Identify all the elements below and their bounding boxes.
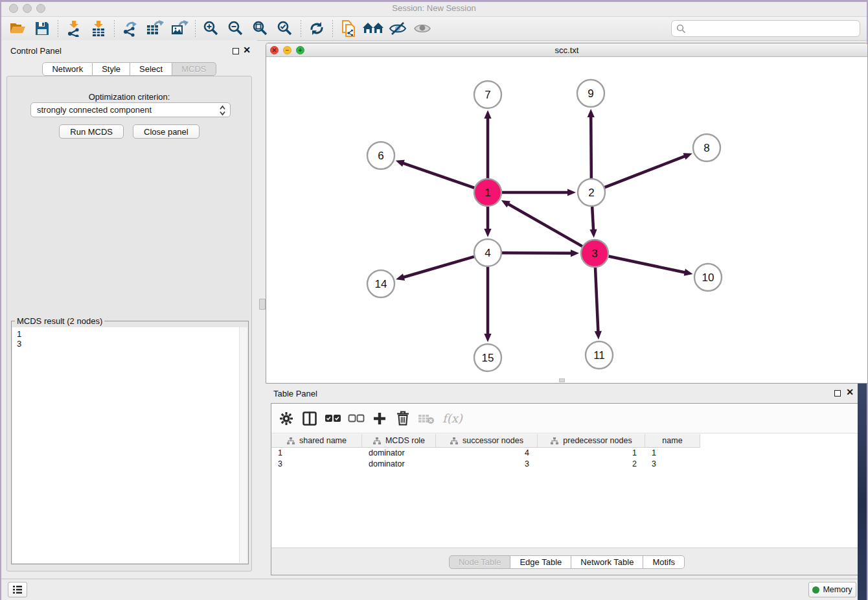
save-session-icon[interactable] xyxy=(30,19,54,38)
mcds-result-title: MCDS result (2 nodes) xyxy=(15,316,104,326)
zoom-out-icon[interactable] xyxy=(223,19,248,38)
graph-node-label-3: 3 xyxy=(591,248,597,260)
graph-arrowhead-2-3 xyxy=(589,229,597,238)
tab-network[interactable]: Network xyxy=(42,62,93,76)
control-panel-float-icon[interactable] xyxy=(233,48,239,54)
table-header-row: shared nameMCDS rolesuccessor nodesprede… xyxy=(271,434,862,448)
tab-mcds[interactable]: MCDS xyxy=(172,62,216,76)
table-cell-shared-name[interactable]: 1 xyxy=(271,448,362,459)
table-row[interactable]: 3dominator323 xyxy=(271,459,862,470)
mcds-result-scrollbar[interactable] xyxy=(239,327,247,563)
graph-arrowhead-1-2 xyxy=(567,189,576,196)
close-panel-button[interactable]: Close panel xyxy=(133,124,200,139)
table-tab-network-table[interactable]: Network Table xyxy=(571,555,643,569)
graph-edge-4-14[interactable] xyxy=(403,257,474,277)
criterion-dropdown[interactable]: strongly connected component xyxy=(30,102,231,117)
search-input[interactable] xyxy=(686,22,860,35)
table-cell-name[interactable]: 1 xyxy=(645,448,700,459)
column-header-name[interactable]: name xyxy=(645,434,700,448)
tab-select[interactable]: Select xyxy=(130,62,172,76)
home-layout-icon[interactable] xyxy=(361,19,385,38)
panel-divider-grip[interactable] xyxy=(259,299,266,310)
table-cell-MCDS-role[interactable]: dominator xyxy=(362,459,436,470)
criterion-dropdown-value: strongly connected component xyxy=(37,105,152,115)
optimization-criterion-label: Optimization criterion: xyxy=(7,92,251,102)
toolbar-separator xyxy=(195,20,196,37)
memory-status-icon xyxy=(812,586,819,594)
delete-column-trash-icon[interactable] xyxy=(393,409,413,428)
add-column-icon[interactable] xyxy=(370,409,389,428)
table-cell-successor-nodes[interactable]: 3 xyxy=(436,459,538,470)
node-table: shared nameMCDS rolesuccessor nodesprede… xyxy=(271,434,862,469)
export-table-icon[interactable] xyxy=(143,19,167,38)
split-panel-icon[interactable] xyxy=(300,409,319,428)
column-header-label: shared name xyxy=(299,436,347,445)
open-file-icon[interactable] xyxy=(5,19,30,38)
column-header-successor-nodes[interactable]: successor nodes xyxy=(436,434,538,448)
show-all-eye-icon[interactable] xyxy=(410,19,435,38)
export-image-icon[interactable] xyxy=(167,19,192,38)
delete-table-icon[interactable] xyxy=(417,409,436,428)
table-panel-title: Table Panel xyxy=(273,389,317,398)
task-list-icon xyxy=(12,585,23,594)
column-header-label: name xyxy=(662,436,682,445)
search-icon xyxy=(676,24,686,34)
graph-edge-2-3[interactable] xyxy=(592,207,593,231)
column-header-MCDS-role[interactable]: MCDS role xyxy=(362,434,436,448)
network-frame-title: scc.txt xyxy=(266,45,867,55)
network-canvas[interactable]: 1234678910111415 xyxy=(266,57,867,383)
graph-edge-3-10[interactable] xyxy=(609,257,686,273)
duplicate-network-icon[interactable] xyxy=(336,19,361,38)
table-cell-predecessor-nodes[interactable]: 1 xyxy=(538,448,645,459)
table-cell-shared-name[interactable]: 3 xyxy=(271,459,362,470)
table-panel-close-icon[interactable]: ✕ xyxy=(846,387,854,397)
graph-edge-1-6[interactable] xyxy=(402,163,474,187)
status-bar: Memory xyxy=(1,579,867,600)
table-panel-float-icon[interactable] xyxy=(834,390,841,397)
graph-node-label-1: 1 xyxy=(485,187,490,199)
table-cell-name[interactable]: 3 xyxy=(645,459,700,470)
deselect-all-icon[interactable] xyxy=(347,409,366,428)
zoom-selected-icon[interactable] xyxy=(273,19,297,38)
table-cell-MCDS-role[interactable]: dominator xyxy=(362,448,436,459)
table-cell-successor-nodes[interactable]: 4 xyxy=(436,448,538,459)
import-network-icon[interactable] xyxy=(62,19,86,38)
table-tab-motifs[interactable]: Motifs xyxy=(643,555,685,569)
table-tab-node-table[interactable]: Node Table xyxy=(449,555,511,569)
run-mcds-button[interactable]: Run MCDS xyxy=(59,124,124,139)
table-tab-edge-table[interactable]: Edge Table xyxy=(510,555,571,569)
graph-edge-3-11[interactable] xyxy=(595,268,598,332)
graph-edge-3-1[interactable] xyxy=(507,203,582,246)
network-frame-titlebar[interactable]: ✕ − + scc.txt xyxy=(266,43,867,57)
refresh-icon[interactable] xyxy=(304,19,329,38)
table-panel: Table Panel ✕ xyxy=(266,386,863,575)
graph-edge-4-3[interactable] xyxy=(502,253,572,253)
graph-node-label-7: 7 xyxy=(485,89,490,101)
column-header-predecessor-nodes[interactable]: predecessor nodes xyxy=(538,434,645,448)
graph-edge-2-8[interactable] xyxy=(605,156,686,187)
hide-selected-eye-icon[interactable] xyxy=(385,19,410,38)
control-panel-close-icon[interactable]: ✕ xyxy=(243,45,251,55)
memory-button[interactable]: Memory xyxy=(808,582,856,597)
export-network-icon[interactable] xyxy=(118,19,143,38)
control-panel-title: Control Panel xyxy=(10,46,62,56)
window-title: Session: New Session xyxy=(1,3,867,13)
graph-edge-2-9[interactable] xyxy=(591,116,591,178)
control-panel-tabs: NetworkStyleSelectMCDS xyxy=(1,62,257,76)
graph-node-label-15: 15 xyxy=(482,352,494,364)
task-history-button[interactable] xyxy=(8,582,27,597)
canvas-resize-grip[interactable] xyxy=(559,378,565,382)
mcds-result-list: 1 3 xyxy=(12,327,247,563)
select-all-icon[interactable] xyxy=(323,409,343,428)
table-settings-gear-icon[interactable] xyxy=(277,409,296,428)
column-header-shared-name[interactable]: shared name xyxy=(271,434,362,448)
apply-function-icon[interactable]: f(x) xyxy=(442,411,463,425)
dropdown-stepper-icon xyxy=(219,105,226,116)
import-table-icon[interactable] xyxy=(86,19,111,38)
zoom-fit-icon[interactable] xyxy=(248,19,273,38)
table-cell-predecessor-nodes[interactable]: 2 xyxy=(538,459,645,470)
graph-arrowhead-4-3 xyxy=(571,249,579,257)
tab-style[interactable]: Style xyxy=(93,62,130,76)
zoom-in-icon[interactable] xyxy=(199,19,223,38)
table-row[interactable]: 1dominator411 xyxy=(271,448,862,459)
